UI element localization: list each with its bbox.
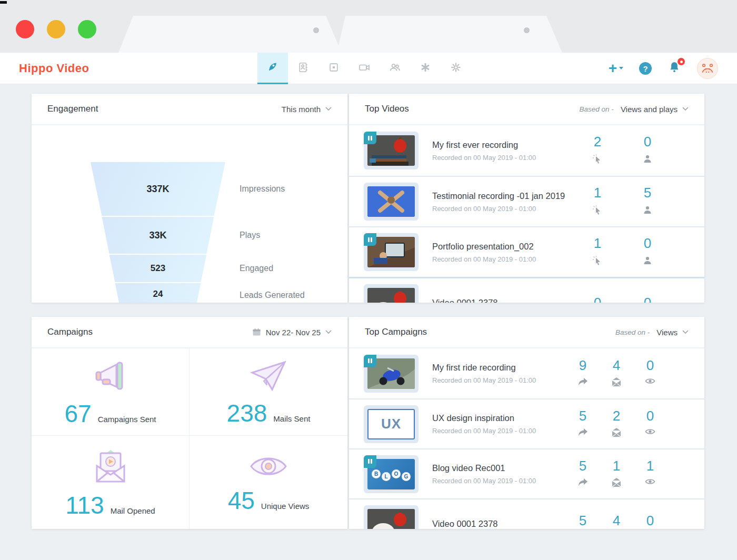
- campaign-title: My first ride recording: [432, 363, 536, 373]
- app-navbar: Hippo Video: [0, 53, 737, 84]
- campaign-title: Blog video Rec001: [432, 463, 536, 473]
- tab-favicon-placeholder: [313, 27, 319, 33]
- video-type-badge-icon: [364, 355, 376, 367]
- blog-letter: O: [392, 469, 401, 478]
- campaigns-panel: Campaigns Nov 22- Nov 25 67 Campaigns Se…: [32, 317, 347, 529]
- stat-mail-opened: 113 Mail Opened: [32, 436, 190, 529]
- navbar-actions: + ?: [609, 53, 718, 84]
- video-row[interactable]: My first ever recording Recorded on 00 M…: [349, 125, 704, 176]
- video-title: Video 0001 2378: [432, 298, 497, 303]
- shares-metric: 5: [573, 513, 592, 528]
- gear-icon: [450, 62, 462, 75]
- funnel-label: Plays: [240, 231, 260, 240]
- funnel-segment-impressions: 337K: [91, 162, 225, 216]
- campaign-row[interactable]: Video 0001 2378 5 4 0: [349, 498, 704, 529]
- based-on-label: Based on -: [580, 105, 614, 113]
- clicks-metric: 1: [587, 185, 608, 218]
- top-videos-filter-dropdown[interactable]: Based on - Views and plays: [580, 105, 689, 114]
- browser-tab-1[interactable]: [118, 16, 342, 53]
- top-campaigns-title: Top Campaigns: [365, 327, 427, 337]
- opens-metric: 4: [607, 513, 626, 528]
- person-icon: [643, 154, 652, 166]
- nav-item-integrations[interactable]: [410, 53, 441, 84]
- eye-small-icon: [645, 478, 655, 487]
- mail-opened-icon: [611, 478, 622, 489]
- share-arrow-icon: [577, 478, 588, 489]
- notification-badge: [678, 58, 685, 65]
- browser-chrome: [0, 0, 737, 53]
- primary-nav: [257, 53, 471, 84]
- add-new-button[interactable]: +: [609, 62, 623, 75]
- campaign-row[interactable]: B L O G Blog video Rec001 Recorded on 00…: [349, 448, 704, 498]
- video-title: My first ever recording: [432, 140, 536, 150]
- shares-metric: 5: [573, 458, 592, 490]
- rocket-icon: [266, 61, 279, 75]
- maximize-window-button[interactable]: [78, 20, 96, 38]
- period-value: This month: [282, 105, 321, 114]
- nav-item-contacts[interactable]: [288, 53, 318, 84]
- hippo-avatar-icon: [700, 59, 715, 77]
- campaign-recorded-date: Recorded on 00 May 2019 - 01:00: [432, 477, 536, 485]
- video-thumbnail: [364, 132, 419, 169]
- video-recorded-date: Recorded on 00 May 2019 - 01:00: [432, 255, 536, 263]
- mail-opened-icon: [611, 428, 622, 439]
- campaign-row[interactable]: My first ride recording Recorded on 00 M…: [349, 348, 704, 398]
- shares-metric: 5: [573, 408, 592, 440]
- video-type-badge-icon: [364, 233, 376, 246]
- funnel-segment-plays: 33K: [91, 217, 225, 254]
- close-window-button[interactable]: [16, 20, 34, 38]
- engagement-title: Engagement: [47, 104, 98, 114]
- clicks-metric: 2: [587, 134, 608, 167]
- stat-label: Campaigns Sent: [98, 415, 156, 424]
- window-controls: [16, 20, 96, 38]
- minimize-window-button[interactable]: [47, 20, 65, 38]
- ux-thumbnail-text: UX: [381, 416, 401, 432]
- funnel-segment-engaged: 523: [91, 255, 225, 282]
- campaign-thumbnail: [364, 355, 419, 393]
- help-button[interactable]: ?: [639, 62, 652, 75]
- campaign-row[interactable]: UX UX design inspiration Recorded on 00 …: [349, 398, 704, 448]
- campaign-title: Video 0001 2378: [432, 519, 497, 529]
- video-row[interactable]: Video 0001 2378 0 0: [349, 277, 704, 303]
- views-metric: 1: [641, 458, 660, 490]
- person-icon: [643, 256, 652, 267]
- date-range-value: Nov 22- Nov 25: [266, 328, 321, 337]
- browser-tab-2[interactable]: [337, 16, 562, 53]
- stat-value: 113: [65, 493, 104, 517]
- campaigns-date-range-dropdown[interactable]: Nov 22- Nov 25: [252, 328, 332, 337]
- top-videos-title: Top Videos: [365, 104, 409, 114]
- video-recorded-date: Recorded on 00 May 2019 - 01:00: [432, 205, 565, 213]
- user-avatar[interactable]: [697, 58, 718, 79]
- integrations-icon: [420, 62, 431, 75]
- video-row[interactable]: Testimonial recording -01 jan 2019 Recor…: [349, 176, 704, 226]
- stat-campaigns-sent: 67 Campaigns Sent: [32, 348, 190, 436]
- video-recorded-date: Recorded on 00 May 2019 - 01:00: [432, 154, 536, 162]
- nav-item-settings[interactable]: [441, 53, 471, 84]
- opens-metric: 2: [607, 408, 626, 440]
- video-row[interactable]: Portfolio presentation_002 Recorded on 0…: [349, 226, 704, 277]
- video-title: Testimonial recording -01 jan 2019: [432, 191, 565, 201]
- clicks-metric: 0: [587, 295, 608, 303]
- share-arrow-icon: [577, 377, 588, 389]
- plays-metric: 5: [637, 185, 658, 218]
- nav-item-recorder[interactable]: [349, 53, 380, 84]
- chevron-down-icon: [325, 330, 332, 334]
- nav-item-dashboard[interactable]: [257, 53, 288, 84]
- filter-value: Views: [656, 328, 678, 337]
- based-on-label: Based on -: [615, 328, 650, 336]
- mail-open-icon: [92, 448, 130, 487]
- blog-letter: L: [382, 472, 391, 481]
- nav-item-teams[interactable]: [380, 53, 410, 84]
- top-campaigns-filter-dropdown[interactable]: Based on - Views: [615, 328, 689, 337]
- share-arrow-icon: [577, 428, 588, 439]
- nav-item-media-library[interactable]: [318, 53, 349, 84]
- chevron-down-icon: [619, 67, 623, 69]
- stat-label: Mail Opened: [111, 506, 155, 515]
- plus-icon: +: [609, 62, 617, 75]
- engagement-period-dropdown[interactable]: This month: [282, 105, 332, 114]
- contacts-icon: [297, 62, 309, 75]
- stat-label: Mails Sent: [273, 414, 310, 423]
- eye-small-icon: [645, 377, 655, 387]
- top-campaigns-panel: Top Campaigns Based on - Views My first …: [349, 317, 704, 529]
- notifications-button[interactable]: [668, 61, 681, 76]
